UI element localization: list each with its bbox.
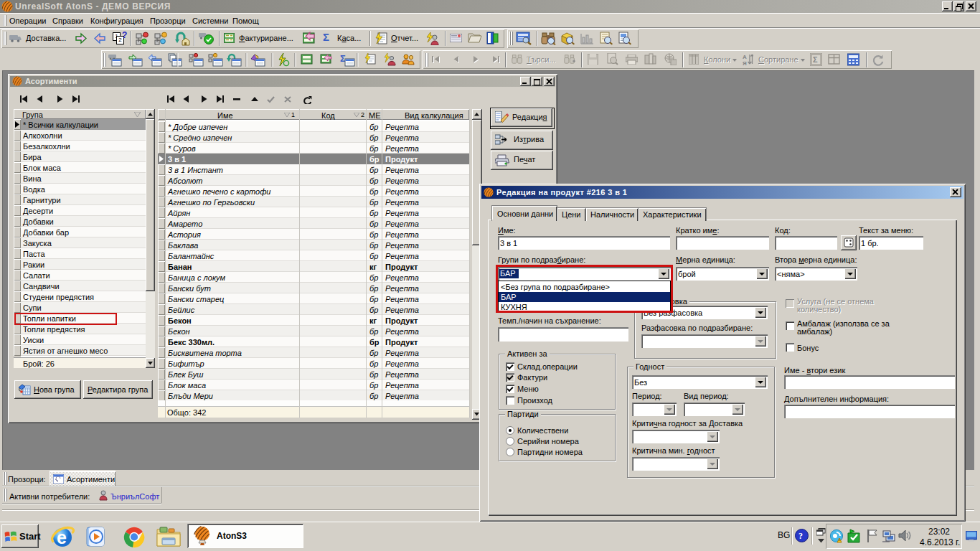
- svg-text:Я: Я: [743, 60, 747, 66]
- svg-text:А: А: [743, 54, 747, 60]
- svg-text:Σ: Σ: [813, 55, 818, 64]
- svg-text:?: ?: [798, 531, 803, 541]
